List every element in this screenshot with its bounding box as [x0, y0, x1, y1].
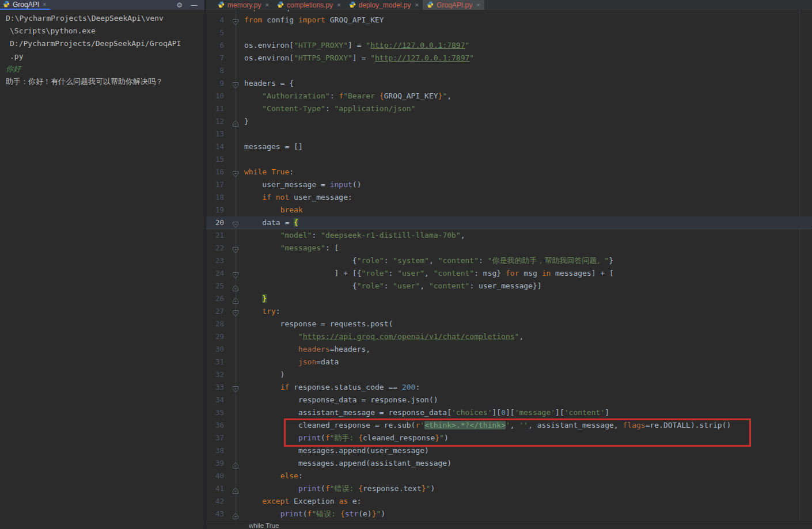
- line-number: 29: [207, 330, 224, 343]
- python-icon: [3, 0, 10, 10]
- code-editor[interactable]: 3import requests4from config import GROQ…: [207, 10, 812, 521]
- code-line-28[interactable]: 28 response = requests.post(: [207, 318, 812, 330]
- code-text: assistant_message = response_data['choic…: [244, 406, 609, 419]
- close-icon[interactable]: ×: [265, 2, 269, 8]
- code-text: messages.append(user_message): [244, 444, 429, 457]
- code-text: }: [244, 115, 249, 128]
- code-line-22[interactable]: 22 "messages": [: [207, 242, 812, 254]
- line-number: 30: [207, 343, 224, 356]
- editor-tab-completions-py[interactable]: completions.py×: [273, 0, 345, 10]
- minimize-icon[interactable]: —: [191, 1, 198, 9]
- code-line-41[interactable]: 41 print(f"错误: {response.text}"): [207, 482, 812, 495]
- code-line-40[interactable]: 40 else:: [207, 470, 812, 482]
- code-text: "https://api.groq.com/openai/v1/chat/com…: [244, 330, 523, 343]
- console-output-line: \Scripts\python.exe: [0, 25, 204, 37]
- code-text: headers = {: [244, 77, 294, 90]
- code-line-32[interactable]: 32 ): [207, 368, 812, 381]
- code-line-24[interactable]: 24 ] + [{"role": "user", "content": msg}…: [207, 267, 812, 280]
- code-line-30[interactable]: 30 headers=headers,: [207, 343, 812, 356]
- breadcrumb-item-while-true[interactable]: while True: [207, 522, 279, 529]
- close-icon[interactable]: ×: [337, 2, 341, 8]
- code-text: print(f"助手: {cleaned_response}"): [244, 432, 449, 444]
- code-line-9[interactable]: 9headers = {: [207, 77, 812, 90]
- code-line-35[interactable]: 35 assistant_message = response_data['ch…: [207, 406, 812, 419]
- code-line-8[interactable]: 8: [207, 64, 812, 77]
- code-line-26[interactable]: 26 }: [207, 292, 812, 305]
- code-line-34[interactable]: 34 response_data = response.json(): [207, 394, 812, 406]
- code-text: print(f"错误: {str(e)}"): [244, 508, 385, 520]
- fold-collapse-icon[interactable]: [232, 17, 239, 24]
- code-line-13[interactable]: 13: [207, 128, 812, 140]
- fold-end-icon[interactable]: [232, 460, 239, 467]
- code-line-4[interactable]: 4from config import GROQ_API_KEY: [207, 14, 812, 26]
- fold-end-icon[interactable]: [232, 295, 239, 303]
- code-line-11[interactable]: 11 "Content-Type": "application/json": [207, 102, 812, 115]
- code-line-29[interactable]: 29 "https://api.groq.com/openai/v1/chat/…: [207, 330, 812, 343]
- close-icon[interactable]: ×: [415, 2, 419, 8]
- code-line-31[interactable]: 31 json=data: [207, 356, 812, 368]
- line-number: 22: [207, 242, 224, 254]
- line-number: 11: [207, 102, 224, 115]
- editor-tab-deploy_model-py[interactable]: deploy_model.py×: [345, 0, 423, 10]
- code-line-36[interactable]: 36 cleaned_response = re.sub(r'<think>.*…: [207, 419, 812, 432]
- code-line-23[interactable]: 23 {"role": "system", "content": "你是我的助手…: [207, 254, 812, 267]
- fold-collapse-icon[interactable]: [232, 270, 239, 277]
- code-text: from config import GROQ_API_KEY: [244, 14, 384, 26]
- line-number: 3: [207, 10, 224, 14]
- code-line-43[interactable]: 43 print(f"错误: {str(e)}"): [207, 508, 812, 520]
- code-line-17[interactable]: 17 user_message = input(): [207, 178, 812, 191]
- fold-collapse-icon[interactable]: [232, 219, 239, 227]
- code-line-15[interactable]: 15: [207, 153, 812, 166]
- fold-end-icon[interactable]: [232, 283, 239, 290]
- fold-end-icon[interactable]: [232, 485, 239, 493]
- code-text: break: [244, 204, 303, 216]
- line-number: 6: [207, 39, 224, 52]
- code-line-20[interactable]: 20 data = {: [207, 216, 812, 229]
- code-line-10[interactable]: 10 "Authorization": f"Bearer {GROQ_API_K…: [207, 90, 812, 102]
- fold-collapse-icon[interactable]: [232, 308, 239, 315]
- code-line-14[interactable]: 14messages = []: [207, 140, 812, 153]
- fold-collapse-icon[interactable]: [232, 80, 239, 87]
- fold-collapse-icon[interactable]: [232, 245, 239, 252]
- code-line-21[interactable]: 21 "model": "deepseek-r1-distill-llama-7…: [207, 229, 812, 242]
- editor-tab-groqapi-py[interactable]: GroqAPI.py×: [423, 0, 484, 10]
- code-line-18[interactable]: 18 if not user_message:: [207, 191, 812, 204]
- code-line-3[interactable]: 3import requests: [207, 10, 812, 14]
- code-text: os.environ["HTTP_PROXY"] = "http://127.0…: [244, 39, 469, 52]
- fold-end-icon[interactable]: [232, 511, 239, 518]
- code-line-42[interactable]: 42 except Exception as e:: [207, 495, 812, 508]
- code-line-16[interactable]: 16while True:: [207, 166, 812, 178]
- python-icon: [349, 0, 356, 10]
- gear-icon[interactable]: ⚙: [176, 1, 183, 9]
- code-line-39[interactable]: 39 messages.append(assistant_message): [207, 457, 812, 470]
- code-line-25[interactable]: 25 {"role": "user", "content": user_mess…: [207, 280, 812, 292]
- line-number: 16: [207, 166, 224, 178]
- fold-end-icon[interactable]: [232, 118, 239, 125]
- code-line-6[interactable]: 6os.environ["HTTP_PROXY"] = "http://127.…: [207, 39, 812, 52]
- code-line-5[interactable]: 5: [207, 26, 812, 39]
- line-number: 40: [207, 470, 224, 482]
- editor-tab-memory-py[interactable]: memory.py×: [214, 0, 273, 10]
- code-line-12[interactable]: 12}: [207, 115, 812, 128]
- code-line-38[interactable]: 38 messages.append(user_message): [207, 444, 812, 457]
- line-number: 4: [207, 14, 224, 26]
- code-line-19[interactable]: 19 break: [207, 204, 812, 216]
- code-line-33[interactable]: 33 if response.status_code == 200:: [207, 381, 812, 394]
- fold-collapse-icon[interactable]: [232, 169, 239, 176]
- run-console-pane: GroqAPI × ⚙ — D:\PycharmProjects\DeepSee…: [0, 0, 206, 529]
- code-text: else:: [244, 470, 303, 482]
- console-tab-groqapi[interactable]: GroqAPI ×: [0, 0, 50, 10]
- code-line-27[interactable]: 27 try:: [207, 305, 812, 318]
- code-lines: 3import requests4from config import GROQ…: [207, 10, 812, 520]
- close-icon[interactable]: ×: [476, 2, 480, 8]
- close-icon[interactable]: ×: [43, 1, 47, 7]
- code-line-37[interactable]: 37 print(f"助手: {cleaned_response}"): [207, 432, 812, 444]
- line-number: 31: [207, 356, 224, 368]
- console-user-input-line: 你好: [0, 63, 204, 75]
- console-output-area[interactable]: D:\PycharmProjects\DeepSeekApi\venv\Scri…: [0, 10, 204, 88]
- line-number: 38: [207, 444, 224, 457]
- code-line-7[interactable]: 7os.environ["HTTPS_PROXY"] = "http://127…: [207, 52, 812, 64]
- fold-collapse-icon[interactable]: [232, 384, 239, 391]
- line-number: 5: [207, 26, 224, 39]
- python-icon: [277, 0, 284, 10]
